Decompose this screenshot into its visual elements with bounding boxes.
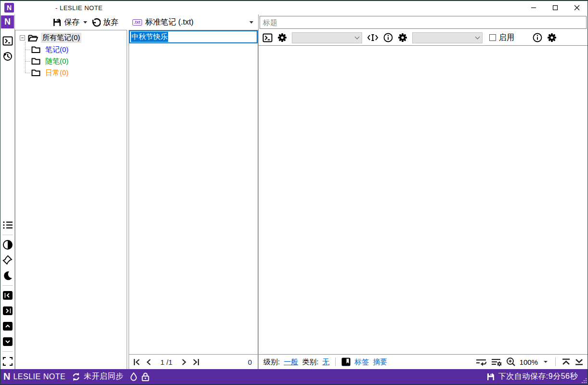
prev-page-icon [145,358,152,366]
sidebar-separator [2,235,13,235]
note-title-edit-field[interactable]: 中秋节快乐 [129,30,258,43]
level-label: 级别: [263,358,280,367]
folder-icon [31,57,40,65]
tree-item-essays[interactable]: 随笔(0) [15,55,127,67]
word-wrap-button[interactable] [475,358,487,366]
plugin-settings-button-2[interactable] [398,33,407,42]
word-wrap-icon [475,358,487,366]
info-button-1[interactable] [383,33,393,42]
pin-button[interactable] [1,254,14,266]
contrast-button[interactable] [1,239,14,251]
last-page-button[interactable] [192,358,200,366]
plugin-dropdown-1[interactable] [292,32,362,43]
save-dropdown-caret[interactable] [83,21,87,24]
save-label: 保存 [64,17,79,27]
editor-bottombar: 级别: 一般 类别: 无 标签 摘要 [259,354,588,369]
sync-icon [71,372,81,382]
pagination-bar: 1 /1 0 [129,354,258,369]
save-button[interactable]: 保存 [52,17,79,27]
terminal-icon [262,33,273,42]
enable-checkbox[interactable] [489,34,496,41]
note-title-input[interactable] [260,16,587,29]
scroll-to-top-button[interactable] [562,358,571,366]
maximize-icon [552,5,558,11]
lock-indicator[interactable] [141,372,150,382]
summary-link[interactable]: 摘要 [373,358,387,367]
divider [335,358,336,366]
collapse-right-panel-button[interactable] [1,305,14,317]
tree-item-label[interactable]: 笔记(0) [44,45,70,55]
hot-reload-indicator[interactable] [130,372,138,382]
dark-mode-button[interactable] [1,269,14,282]
editor-toolbar: 启用 [259,30,588,46]
sidebar-separator [2,351,13,352]
note-type-caret-icon[interactable] [249,21,253,24]
folder-column: 保存 放弃 所有笔记(0) 笔记(0) [15,14,129,369]
discard-button[interactable]: 放弃 [91,17,118,27]
tags-link[interactable]: 标签 [354,358,369,367]
sync-status[interactable]: 未开启同步 [71,372,124,382]
bookmark-icon [341,358,351,366]
history-icon [2,51,13,62]
fullscreen-icon [2,357,13,366]
first-page-button[interactable] [133,358,141,366]
plugin-settings-button-3[interactable] [547,33,557,42]
collapse-expander-icon[interactable] [20,35,25,40]
list-icon [2,221,13,229]
chevron-down-icon [475,35,480,40]
tree-item-label[interactable]: 日常(0) [44,68,70,78]
resize-grip[interactable] [581,377,587,383]
list-settings-button[interactable] [491,358,502,366]
note-content-area[interactable] [259,46,588,354]
zoom-in-button[interactable] [506,357,516,367]
minimize-button[interactable] [523,1,544,14]
history-button[interactable] [1,50,14,63]
info-button-2[interactable] [533,33,542,42]
tree-item-daily[interactable]: 日常(0) [15,67,127,79]
category-label: 类别: [302,358,318,367]
plugin-dropdown-2[interactable] [412,32,483,43]
zoom-level[interactable]: 100% [520,358,538,366]
collapse-bottom-panel-button[interactable] [1,335,14,348]
tree-item-notes[interactable]: 笔记(0) [15,44,127,55]
next-page-icon [181,358,187,366]
icon-sidebar: N [0,14,15,369]
moon-icon [2,270,13,281]
next-page-button[interactable] [181,358,187,366]
outline-list-button[interactable] [1,219,14,231]
window-title: - LESLIE NOTE [55,4,103,12]
tree-item-all-notes[interactable]: 所有笔记(0) [15,32,127,44]
editor-column: 启用 级别: 一般 类别: 无 标签 摘要 [258,14,588,369]
maximize-button[interactable] [544,1,566,14]
scroll-bottom-icon [575,358,584,366]
collapse-left-panel-button[interactable] [1,289,14,302]
note-type-selector[interactable]: .txt 标准笔记 (.txt) [129,14,258,30]
scroll-to-bottom-button[interactable] [575,358,584,366]
category-link[interactable]: 无 [322,358,329,367]
gear-icon [277,33,287,42]
flame-icon [130,372,138,382]
divider [555,358,556,366]
info-icon [533,33,542,42]
level-link[interactable]: 一般 [284,358,298,367]
fullscreen-button[interactable] [1,355,14,368]
scroll-top-icon [562,358,571,366]
app-logo-icon: N [4,3,14,13]
enable-toggle[interactable]: 启用 [489,33,514,43]
zoom-caret-icon[interactable] [544,361,548,363]
close-button[interactable] [566,1,588,14]
sidebar-app-logo[interactable]: N [1,15,14,28]
command-terminal-button[interactable] [1,35,14,47]
text-cursor-button[interactable] [367,33,379,42]
gear-icon [398,33,407,42]
collapse-top-panel-button[interactable] [1,320,14,332]
folder-icon [31,46,40,53]
titlebar: N - LESLIE NOTE [0,1,588,14]
tree-item-label[interactable]: 随笔(0) [44,56,70,66]
run-command-button[interactable] [262,33,273,42]
prev-page-button[interactable] [145,358,152,366]
current-page: 1 [160,358,164,366]
plugin-settings-button-1[interactable] [277,33,287,42]
tree-item-label[interactable]: 所有笔记(0) [41,33,81,43]
first-page-icon [133,358,141,366]
